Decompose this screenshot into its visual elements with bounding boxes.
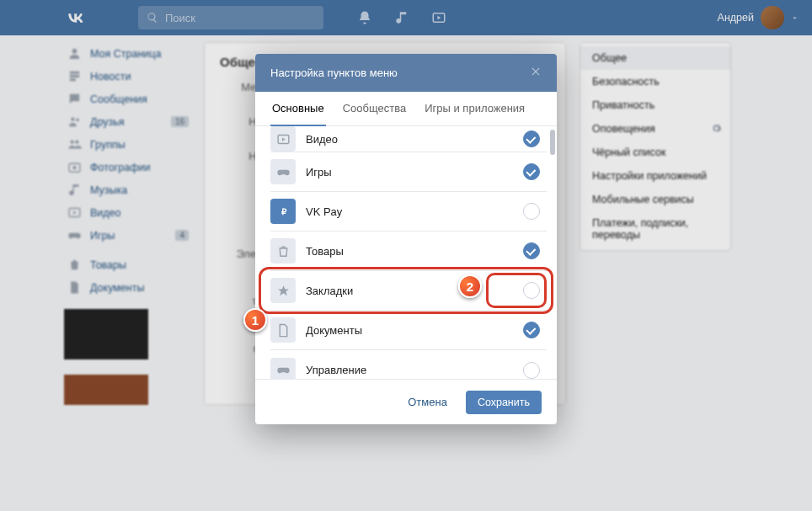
close-icon [530, 66, 542, 77]
close-button[interactable] [530, 66, 542, 80]
modal-body: Видео Игры ₽ VK Pay Товары [255, 126, 557, 379]
menu-item-games[interactable]: Игры [270, 152, 547, 192]
tab-main[interactable]: Основные [270, 92, 326, 126]
toggle-games[interactable] [523, 163, 540, 180]
modal-footer: Отмена Сохранить [255, 379, 557, 424]
menu-item-video[interactable]: Видео [270, 126, 547, 152]
menu-item-label: Управление [306, 364, 523, 376]
tab-games-apps[interactable]: Игры и приложения [423, 92, 526, 125]
menu-item-label: Документы [306, 324, 523, 337]
callout-marker-2: 2 [458, 274, 482, 298]
menu-item-market[interactable]: Товары [270, 232, 547, 271]
toggle-bookmarks[interactable] [523, 282, 540, 299]
doc-icon [270, 317, 296, 343]
gamepad-icon [270, 358, 296, 380]
ruble-icon: ₽ [270, 199, 296, 224]
toggle-manage[interactable] [523, 362, 540, 379]
modal-tabs: Основные Сообщества Игры и приложения [255, 92, 557, 126]
modal-overlay: Настройка пунктов меню Основные Сообщест… [0, 0, 812, 511]
menu-item-label: VK Pay [306, 205, 523, 218]
star-icon [270, 278, 296, 303]
toggle-video[interactable] [523, 130, 540, 147]
toggle-market[interactable] [523, 242, 540, 259]
modal-title: Настройка пунктов меню [270, 67, 398, 79]
menu-item-label: Закладки [306, 285, 523, 297]
modal-header: Настройка пунктов меню [255, 54, 557, 92]
menu-settings-modal: Настройка пунктов меню Основные Сообщест… [255, 54, 557, 424]
svg-text:₽: ₽ [280, 207, 286, 216]
menu-item-bookmarks[interactable]: Закладки [270, 271, 547, 311]
menu-item-label: Видео [306, 133, 523, 146]
cancel-button[interactable]: Отмена [399, 390, 456, 414]
scrollbar[interactable] [550, 130, 555, 155]
callout-marker-1: 1 [243, 308, 267, 332]
gamepad-icon [270, 159, 296, 184]
bag-icon [270, 238, 296, 263]
menu-item-label: Товары [306, 245, 523, 258]
tab-communities[interactable]: Сообщества [341, 92, 409, 125]
toggle-documents[interactable] [523, 322, 540, 338]
toggle-vkpay[interactable] [523, 203, 540, 220]
menu-item-documents[interactable]: Документы [270, 311, 547, 350]
menu-item-manage[interactable]: Управление [270, 350, 547, 379]
menu-item-label: Игры [306, 166, 523, 178]
play-icon [270, 126, 296, 152]
save-button[interactable]: Сохранить [466, 391, 542, 414]
menu-item-vkpay[interactable]: ₽ VK Pay [270, 192, 547, 232]
